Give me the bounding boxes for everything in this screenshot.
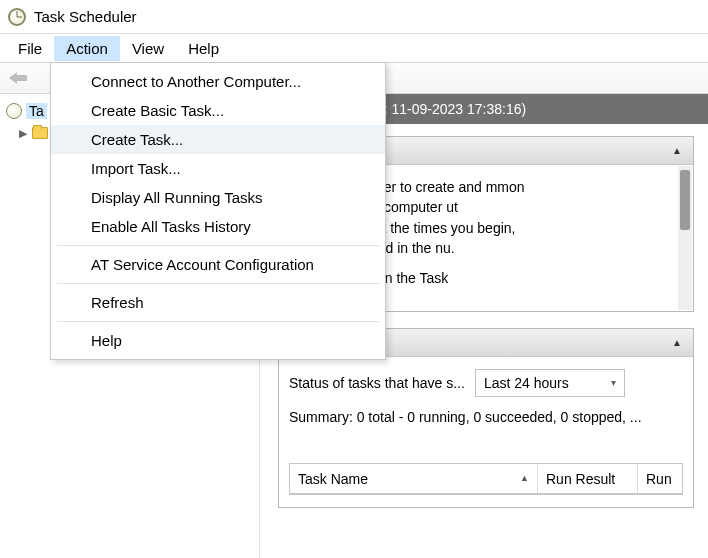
overview-scrollbar[interactable] bbox=[678, 166, 692, 310]
clock-icon bbox=[6, 103, 22, 119]
sort-asc-icon: ▲ bbox=[520, 472, 529, 485]
menu-action[interactable]: Action bbox=[54, 36, 120, 61]
window-titlebar: Task Scheduler bbox=[0, 0, 708, 34]
task-status-grid: Task Name ▲ Run Result Run bbox=[289, 463, 683, 495]
col-run[interactable]: Run bbox=[638, 464, 682, 493]
menu-help[interactable]: Help bbox=[176, 36, 231, 61]
folder-icon bbox=[32, 127, 48, 139]
menu-bar: File Action View Help bbox=[0, 34, 708, 62]
menu-create-basic-task[interactable]: Create Basic Task... bbox=[51, 96, 385, 125]
menu-enable-task-history[interactable]: Enable All Tasks History bbox=[51, 212, 385, 241]
status-summary-line: Summary: 0 total - 0 running, 0 succeede… bbox=[289, 407, 683, 427]
menu-connect-computer[interactable]: Connect to Another Computer... bbox=[51, 67, 385, 96]
status-range-label: Status of tasks that have s... bbox=[289, 373, 465, 393]
collapse-up-icon[interactable]: ▲ bbox=[669, 335, 685, 351]
menu-view[interactable]: View bbox=[120, 36, 176, 61]
chevron-right-icon[interactable]: ▶ bbox=[18, 127, 28, 140]
tree-root-label: Ta bbox=[26, 103, 47, 119]
grid-header-row: Task Name ▲ Run Result Run bbox=[290, 464, 682, 494]
back-arrow-icon[interactable] bbox=[6, 66, 30, 90]
menu-display-running-tasks[interactable]: Display All Running Tasks bbox=[51, 183, 385, 212]
collapse-up-icon[interactable]: ▲ bbox=[669, 143, 685, 159]
status-range-value: Last 24 hours bbox=[484, 373, 569, 393]
menu-refresh[interactable]: Refresh bbox=[51, 288, 385, 317]
menu-help[interactable]: Help bbox=[51, 326, 385, 355]
menu-separator bbox=[57, 283, 379, 284]
task-status-body: Status of tasks that have s... Last 24 h… bbox=[279, 357, 693, 507]
col-run-result[interactable]: Run Result bbox=[538, 464, 638, 493]
menu-separator bbox=[57, 321, 379, 322]
chevron-down-icon: ▾ bbox=[611, 376, 616, 391]
scrollbar-thumb[interactable] bbox=[680, 170, 690, 230]
status-range-select[interactable]: Last 24 hours ▾ bbox=[475, 369, 625, 397]
window-title: Task Scheduler bbox=[34, 8, 137, 25]
menu-at-service-config[interactable]: AT Service Account Configuration bbox=[51, 250, 385, 279]
menu-create-task[interactable]: Create Task... bbox=[51, 125, 385, 154]
action-dropdown-menu: Connect to Another Computer... Create Ba… bbox=[50, 62, 386, 360]
col-task-name-label: Task Name bbox=[298, 469, 368, 489]
col-task-name[interactable]: Task Name ▲ bbox=[290, 464, 538, 493]
menu-file[interactable]: File bbox=[6, 36, 54, 61]
clock-icon bbox=[8, 8, 26, 26]
menu-separator bbox=[57, 245, 379, 246]
status-range-row: Status of tasks that have s... Last 24 h… bbox=[289, 369, 683, 397]
menu-import-task[interactable]: Import Task... bbox=[51, 154, 385, 183]
